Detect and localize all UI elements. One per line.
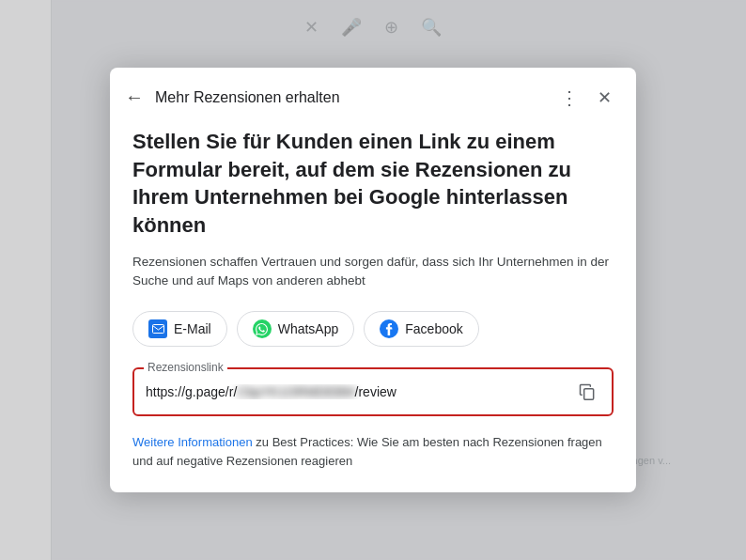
whatsapp-label: WhatsApp [278, 321, 339, 336]
link-field-label: Rezensionslink [144, 361, 227, 374]
more-options-button[interactable] [554, 83, 584, 113]
url-suffix: /review [355, 384, 396, 399]
svg-rect-0 [152, 325, 163, 334]
modal-header: ← Mehr Rezensionen erhalten ✕ [110, 68, 636, 124]
svg-rect-1 [584, 389, 594, 400]
modal-backdrop: ← Mehr Rezensionen erhalten ✕ Stellen Si… [0, 0, 746, 560]
modal-title: Mehr Rezensionen erhalten [155, 89, 554, 106]
facebook-icon [380, 319, 398, 338]
modal-dialog: ← Mehr Rezensionen erhalten ✕ Stellen Si… [110, 68, 636, 492]
more-info-link[interactable]: Weitere Informationen [132, 435, 253, 449]
copy-link-button[interactable] [574, 379, 600, 405]
url-blurred: CbpYK1ORMDEBM [237, 384, 354, 399]
url-prefix: https://g.page/r/ [146, 384, 237, 399]
copy-icon [578, 382, 597, 401]
share-buttons: E-Mail WhatsApp [132, 311, 614, 347]
modal-body: Stellen Sie für Kunden einen Link zu ein… [110, 124, 636, 492]
facebook-label: Facebook [405, 321, 462, 336]
link-field-wrapper: Rezensionslink https://g.page/r/CbpYK1OR… [132, 367, 614, 416]
email-share-button[interactable]: E-Mail [132, 311, 227, 347]
main-heading: Stellen Sie für Kunden einen Link zu ein… [132, 128, 614, 240]
footer-text: Weitere Informationen zu Best Practices:… [132, 433, 614, 470]
back-button[interactable]: ← [125, 83, 151, 112]
email-label: E-Mail [174, 321, 211, 336]
close-button[interactable]: ✕ [592, 84, 617, 112]
facebook-share-button[interactable]: Facebook [364, 311, 478, 347]
header-actions: ✕ [554, 83, 617, 113]
email-icon [148, 319, 167, 338]
whatsapp-share-button[interactable]: WhatsApp [237, 311, 355, 347]
whatsapp-icon [253, 319, 272, 338]
sub-text: Rezensionen schaffen Vertrauen und sorge… [132, 253, 614, 291]
link-text: https://g.page/r/CbpYK1ORMDEBM/review [146, 384, 567, 399]
